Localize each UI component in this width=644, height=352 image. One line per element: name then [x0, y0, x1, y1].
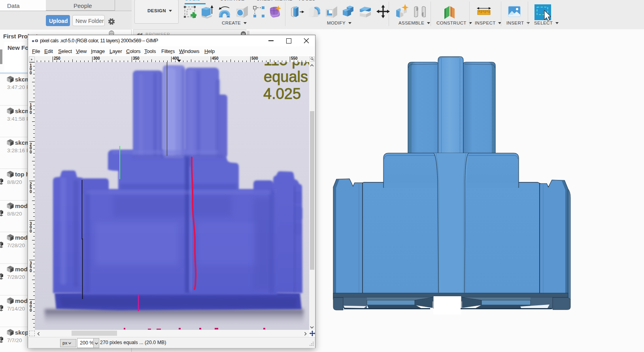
svg-text:250: 250 — [30, 182, 32, 193]
svg-text:7/14/20: 7/14/20 — [7, 306, 25, 312]
svg-text:equals: equals — [264, 68, 308, 85]
svg-text:500: 500 — [251, 56, 258, 61]
svg-text:115 pix: 115 pix — [264, 62, 309, 68]
svg-text:7/7/20: 7/7/20 — [7, 337, 22, 343]
svg-text:skcp: skcp — [15, 329, 28, 336]
svg-text:450: 450 — [212, 56, 219, 61]
svg-text:100: 100 — [30, 63, 32, 75]
svg-text:8/8/20: 8/8/20 — [7, 211, 22, 217]
svg-text:350: 350 — [30, 261, 32, 273]
svg-text:7/28/20: 7/28/20 — [7, 274, 25, 280]
svg-text:4.025: 4.025 — [263, 85, 301, 102]
svg-text:550: 550 — [291, 56, 298, 61]
svg-text:8/8/20: 8/8/20 — [7, 179, 22, 185]
svg-text:300: 300 — [93, 56, 100, 61]
svg-text:200: 200 — [30, 142, 32, 154]
svg-text:400: 400 — [30, 301, 32, 312]
svg-text:300: 300 — [30, 221, 32, 233]
svg-text:350: 350 — [133, 56, 140, 61]
svg-text:150: 150 — [30, 103, 32, 114]
svg-text:7/28/20: 7/28/20 — [7, 242, 25, 248]
svg-text:250: 250 — [54, 56, 60, 61]
